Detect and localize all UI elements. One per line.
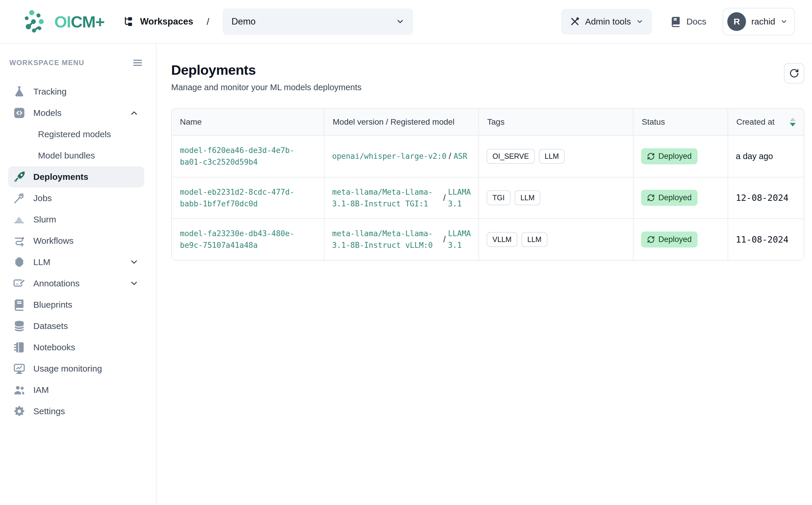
tag-pill: LLM (521, 232, 547, 247)
created-at-value: 12-08-2024 (736, 193, 789, 203)
column-header-model-version: Model version / Registered model (324, 109, 479, 136)
admin-tools-button[interactable]: Admin tools (561, 9, 652, 34)
refresh-icon (789, 68, 799, 78)
deployment-name-link[interactable]: model-fa23230e-db43-480e-be9c-75107a41a4… (180, 229, 294, 249)
sidebar-item-tracking[interactable]: Tracking (8, 81, 144, 102)
workspaces-icon (123, 16, 134, 27)
model-separator: / (443, 234, 445, 244)
user-menu-button[interactable]: R rachid (723, 8, 795, 35)
admin-tools-label: Admin tools (585, 17, 631, 27)
sidebar-item-model-bundles[interactable]: Model bundles (8, 145, 144, 166)
brand-mark-icon (23, 8, 50, 35)
page-title: Deployments (171, 62, 362, 78)
status-badge: Deployed (641, 148, 697, 164)
created-at-value: a day ago (736, 152, 773, 161)
breadcrumb-label: Workspaces (140, 16, 193, 27)
tags-cell-content: OI_SERVELLM (487, 149, 625, 164)
chevron-icon (130, 279, 138, 288)
column-header-tags: Tags (479, 109, 633, 136)
column-header-created-at: Created at (728, 109, 804, 136)
tags-cell: OI_SERVELLM (479, 136, 633, 177)
model-version-cell: openai/whisper-large-v2:0 / ASR (324, 136, 479, 177)
breadcrumb[interactable]: Workspaces (123, 16, 193, 27)
topbar: OICM+ Workspaces / Demo Admin tools Docs… (0, 0, 812, 44)
notebook-icon (13, 341, 26, 354)
model-separator: / (449, 151, 451, 161)
sidebar-item-slurm[interactable]: Slurm (8, 209, 144, 230)
tags-cell-content: TGILLM (487, 190, 625, 205)
sidebar-item-notebooks[interactable]: Notebooks (8, 337, 144, 358)
tags-cell: TGILLM (479, 177, 633, 219)
model-version-link[interactable]: meta-llama/Meta-Llama-3.1-8B-Instruct vL… (332, 228, 441, 251)
workspace-menu-title: WORKSPACE MENU (9, 59, 85, 67)
registered-model-link[interactable]: ASR (453, 150, 467, 162)
sort-desc-icon (790, 123, 796, 126)
table-row: model-eb2231d2-8cdc-477d-babb-1bf7ef70dc… (172, 177, 804, 219)
status-cell: Deployed (633, 136, 728, 177)
sidebar-item-models[interactable]: Models (8, 103, 144, 124)
deployment-name-link[interactable]: model-f620ea46-de3d-4e7b-ba01-c3c2520d59… (180, 146, 294, 166)
model-version-link[interactable]: meta-llama/Meta-Llama-3.1-8B-Instruct TG… (332, 186, 441, 210)
workspace-select[interactable]: Demo (223, 8, 413, 35)
workflow-icon (13, 234, 26, 247)
cluster-icon (13, 213, 26, 226)
deployment-name-link[interactable]: model-eb2231d2-8cdc-477d-babb-1bf7ef70dc… (180, 188, 294, 208)
brain-icon (13, 256, 26, 269)
tags-cell: VLLMLLM (479, 219, 633, 260)
model-version-cell: meta-llama/Meta-Llama-3.1-8B-Instruct TG… (324, 177, 479, 219)
user-name: rachid (751, 17, 775, 27)
status-cell: Deployed (633, 219, 728, 260)
chevron-icon (130, 258, 138, 267)
sidebar-item-settings[interactable]: Settings (8, 401, 144, 422)
deployments-tbody: model-f620ea46-de3d-4e7b-ba01-c3c2520d59… (172, 136, 804, 260)
chevron-icon (130, 109, 138, 117)
docs-book-icon (670, 16, 682, 27)
registered-model-link[interactable]: LLAMA 3.1 (448, 228, 471, 251)
annotation-icon (13, 277, 26, 290)
table-row: model-f620ea46-de3d-4e7b-ba01-c3c2520d59… (172, 136, 804, 177)
database-icon (13, 320, 26, 332)
created-at-cell: a day ago (728, 136, 804, 177)
name-cell: model-eb2231d2-8cdc-477d-babb-1bf7ef70dc… (172, 177, 324, 219)
sidebar-item-iam[interactable]: IAM (8, 379, 144, 400)
sidebar-item-blueprints[interactable]: Blueprints (8, 294, 144, 315)
menu-collapse-icon[interactable] (132, 57, 143, 68)
brand-logo[interactable]: OICM+ (23, 8, 104, 35)
flask-icon (13, 85, 26, 98)
chevron-down-icon (396, 17, 404, 26)
refresh-button[interactable] (784, 63, 804, 83)
sidebar: WORKSPACE MENU Tracking Models Registere… (0, 44, 157, 504)
status-badge-label: Deployed (658, 193, 692, 202)
column-header-name: Name (172, 109, 324, 136)
sidebar-item-datasets[interactable]: Datasets (8, 316, 144, 337)
sidebar-nav: Tracking Models Registered models Model … (8, 81, 144, 422)
blueprint-icon (13, 298, 26, 311)
docs-button[interactable]: Docs (670, 16, 706, 27)
avatar: R (727, 12, 746, 31)
sync-icon (647, 235, 655, 243)
status-cell: Deployed (633, 177, 728, 219)
gear-icon (13, 405, 26, 418)
users-icon (13, 383, 26, 396)
status-badge-label: Deployed (658, 235, 692, 244)
sort-control[interactable] (790, 118, 796, 126)
sidebar-item-llm[interactable]: LLM (8, 251, 144, 273)
sidebar-item-jobs[interactable]: Jobs (8, 188, 144, 209)
sidebar-item-registered-models[interactable]: Registered models (8, 124, 144, 145)
sync-icon (647, 194, 655, 202)
sidebar-item-workflows[interactable]: Workflows (8, 230, 144, 251)
sidebar-item-deployments[interactable]: Deployments (8, 166, 144, 187)
tag-pill: VLLM (487, 232, 517, 247)
brand-wordmark: OICM+ (54, 12, 104, 31)
registered-model-link[interactable]: LLAMA 3.1 (448, 186, 471, 210)
tag-pill: LLM (539, 149, 565, 164)
model-version-link[interactable]: openai/whisper-large-v2:0 (332, 150, 446, 162)
sidebar-item-annotations[interactable]: Annotations (8, 273, 144, 294)
sidebar-item-usage-monitoring[interactable]: Usage monitoring (8, 358, 144, 379)
created-at-cell: 12-08-2024 (728, 177, 804, 219)
status-badge: Deployed (641, 231, 697, 247)
main-content: Deployments Manage and monitor your ML m… (157, 44, 812, 504)
model-separator: / (443, 193, 445, 203)
tools-icon (570, 17, 580, 27)
monitor-icon (13, 362, 26, 375)
